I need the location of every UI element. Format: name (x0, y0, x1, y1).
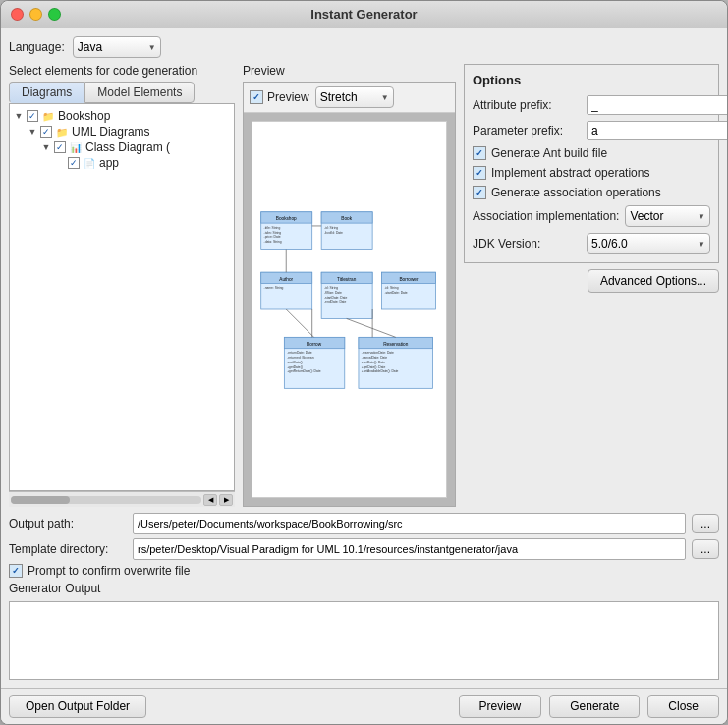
preview-container: Preview Stretch ▼ (243, 82, 456, 507)
scroll-left-arrow[interactable]: ◀ (203, 494, 217, 506)
preview-checkbox[interactable] (250, 90, 263, 104)
implement-abstract-checkbox[interactable] (473, 166, 486, 180)
checkbox-uml-diagrams[interactable] (40, 126, 52, 138)
jdk-version-value: 5.0/6.0 (591, 237, 628, 251)
tree-label-bookshop: Bookshop (58, 109, 110, 123)
open-output-folder-button[interactable]: Open Output Folder (9, 695, 146, 718)
svg-text:-cancalDate: Date: -cancalDate: Date (362, 356, 388, 360)
svg-text:-returned: Boolean: -returned: Boolean (287, 356, 313, 360)
options-title: Options (473, 73, 710, 87)
svg-text:-startDate: Date: -startDate: Date (324, 296, 347, 300)
svg-text:-data: String: -data: String (264, 240, 282, 244)
generate-ant-row: Generate Ant build file (473, 146, 710, 160)
tab-diagrams[interactable]: Diagrams (9, 82, 84, 103)
parameter-prefix-input[interactable] (587, 121, 728, 140)
svg-text:-reservationDate: Date: -reservationDate: Date (362, 351, 394, 355)
template-dir-input[interactable] (133, 538, 686, 560)
footer-left: Open Output Folder (9, 695, 146, 718)
generate-ant-checkbox[interactable] (473, 146, 486, 160)
footer-buttons: Open Output Folder Preview Generate Clos… (1, 688, 727, 724)
close-button[interactable]: Close (647, 695, 719, 718)
language-select[interactable]: Java ▼ (73, 36, 161, 58)
svg-text:+getDate(): Date: +getDate(): Date (362, 365, 386, 369)
assoc-impl-select[interactable]: Vector ▼ (625, 205, 710, 227)
jdk-version-select[interactable]: 5.0/6.0 ▼ (587, 233, 710, 254)
close-window-button[interactable] (11, 8, 24, 21)
svg-text:+setAvailableDate(): Date: +setAvailableDate(): Date (362, 369, 399, 373)
left-panel: Select elements for code generation Diag… (9, 64, 235, 507)
folder-icon-bookshop: 📁 (41, 109, 55, 123)
svg-text:-startDate: Date: -startDate: Date (384, 291, 407, 295)
middle-panel: Preview Preview Stretch ▼ (243, 64, 456, 507)
stretch-arrow: ▼ (381, 93, 389, 102)
checkbox-class-diagram[interactable] (54, 141, 66, 153)
output-browse-button[interactable]: ... (692, 514, 719, 533)
svg-line-46 (286, 309, 313, 337)
svg-text:Author: Author (279, 277, 293, 282)
assoc-impl-row: Association implementation: Vector ▼ (473, 205, 710, 227)
tree-item-uml-diagrams[interactable]: ▼ 📁 UML Diagrams (28, 124, 230, 139)
preview-canvas: Bookshop -title: String -isbn: String -p… (244, 113, 455, 506)
tree-item-app[interactable]: 📄 app (55, 155, 230, 171)
svg-text:-returnDate: Date: -returnDate: Date (287, 351, 312, 355)
prompt-row: Prompt to confirm overwrite file (9, 564, 719, 578)
tree-item-class-diagram[interactable]: ▼ 📊 Class Diagram ( (41, 139, 230, 155)
output-path-input[interactable] (133, 513, 686, 534)
tab-model-elements[interactable]: Model Elements (84, 82, 195, 103)
tree-label-app: app (99, 156, 119, 170)
tree-label-class-diagram: Class Diagram ( (85, 140, 170, 154)
svg-text:-isbn: String: -isbn: String (264, 231, 282, 235)
prompt-checkbox[interactable] (9, 564, 23, 578)
section-label: Select elements for code generation (9, 64, 235, 78)
svg-text:+getReturnDate(): Date: +getReturnDate(): Date (287, 369, 321, 373)
svg-text:+setDate(): Date: +setDate(): Date (362, 361, 385, 364)
svg-text:-id: String: -id: String (384, 286, 398, 290)
scroll-track[interactable] (11, 496, 201, 504)
svg-text:-id: String: -id: String (324, 286, 338, 290)
svg-text:-title: String: -title: String (264, 226, 281, 230)
maximize-window-button[interactable] (48, 8, 61, 21)
generate-assoc-row: Generate association operations (473, 186, 710, 199)
advanced-options-button[interactable]: Advanced Options... (588, 269, 719, 293)
preview-toolbar: Preview Stretch ▼ (244, 83, 455, 113)
options-group: Options Attribute prefix: Parameter pref… (464, 64, 719, 263)
svg-text:-name: String: -name: String (264, 286, 284, 290)
generate-assoc-checkbox[interactable] (473, 186, 486, 199)
svg-text:Book: Book (341, 216, 352, 221)
language-dropdown-arrow: ▼ (148, 43, 156, 52)
svg-line-47 (347, 318, 396, 337)
assoc-impl-arrow: ▼ (698, 212, 705, 221)
stretch-select[interactable]: Stretch ▼ (315, 86, 394, 108)
checkbox-app[interactable] (68, 157, 80, 169)
folder-icon-uml: 📁 (55, 125, 69, 139)
svg-text:+setDate(): +setDate() (287, 361, 302, 364)
tree-item-bookshop[interactable]: ▼ 📁 Bookshop (14, 108, 230, 124)
svg-text:-endDate: Date: -endDate: Date (324, 300, 347, 304)
tree-arrow-app (55, 158, 65, 168)
tree-children-bookshop: ▼ 📁 UML Diagrams ▼ 📊 Class Diagram (14, 124, 230, 171)
language-value: Java (78, 40, 102, 54)
main-content: Language: Java ▼ Select elements for cod… (1, 28, 727, 688)
tree-container: ▼ 📁 Bookshop ▼ 📁 UML Diagrams (9, 103, 235, 491)
scroll-thumb[interactable] (11, 496, 70, 504)
scroll-right-arrow[interactable]: ▶ (219, 494, 233, 506)
tree-children-class: 📄 app (41, 155, 230, 171)
output-path-row: Output path: ... (9, 513, 719, 534)
tree-arrow-class: ▼ (41, 142, 51, 152)
svg-text:-flSize: Date: -flSize: Date (324, 291, 342, 295)
checkbox-bookshop[interactable] (27, 110, 38, 122)
template-dir-label: Template directory: (9, 542, 127, 556)
attribute-prefix-row: Attribute prefix: (473, 95, 710, 115)
svg-text:-boolId: Date: -boolId: Date (324, 231, 343, 235)
svg-text:Borrow: Borrow (307, 342, 322, 347)
template-browse-button[interactable]: ... (692, 539, 719, 559)
attribute-prefix-input[interactable] (587, 95, 728, 115)
svg-text:Reservation: Reservation (383, 342, 409, 347)
minimize-window-button[interactable] (29, 8, 42, 21)
generate-assoc-label: Generate association operations (491, 186, 661, 199)
file-icon-app: 📄 (83, 156, 96, 170)
tree-arrow-bookshop: ▼ (14, 111, 24, 121)
implement-abstract-label: Implement abstract operations (491, 166, 649, 180)
generate-button[interactable]: Generate (549, 695, 640, 718)
preview-button[interactable]: Preview (459, 695, 542, 718)
